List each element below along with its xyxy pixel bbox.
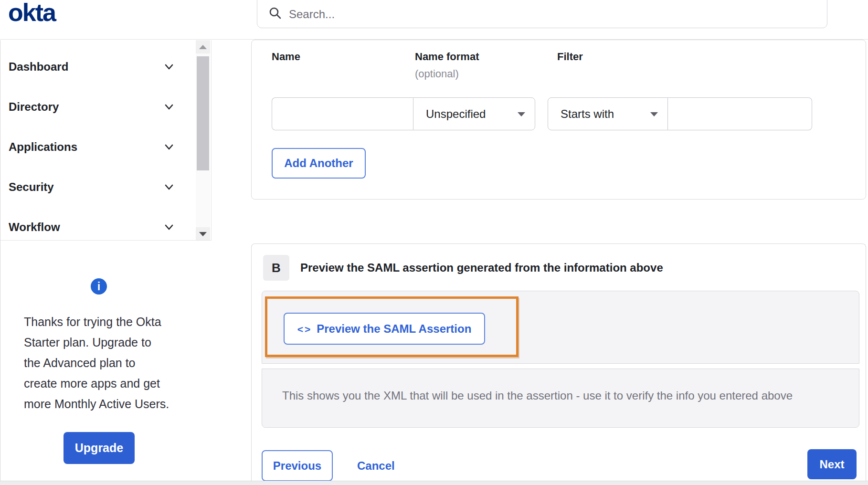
- filter-value-input[interactable]: [668, 97, 812, 130]
- search-icon: [269, 7, 282, 22]
- chevron-down-icon: [164, 62, 174, 72]
- plan-notice-line: the Advanced plan to: [24, 353, 196, 373]
- attribute-name-input[interactable]: [272, 97, 413, 130]
- preview-saml-card: B Preview the SAML assertion generated f…: [251, 243, 866, 481]
- filter-type-selected-value: Starts with: [561, 107, 614, 121]
- name-format-selected-value: Unspecified: [426, 107, 486, 121]
- plan-notice-line: more Monthly Active Users.: [24, 394, 196, 414]
- chevron-down-icon: [164, 222, 174, 232]
- scrollbar-thumb[interactable]: [197, 56, 209, 170]
- sidebar-nav: Dashboard Directory Applications Securit…: [0, 40, 212, 241]
- sidebar-item-label: Applications: [9, 140, 77, 154]
- sidebar-item-applications[interactable]: Applications: [0, 127, 191, 167]
- preview-description-text: This shows you the XML that will be used…: [282, 389, 846, 402]
- plan-notice-text: Thanks for trying the Okta Starter plan.…: [24, 312, 196, 414]
- plan-notice-panel: i Thanks for trying the Okta Starter pla…: [0, 241, 212, 481]
- okta-logo: okta: [8, 0, 55, 27]
- sidebar-item-label: Security: [9, 180, 54, 194]
- cancel-button[interactable]: Cancel: [357, 450, 395, 481]
- sidebar-scrollbar[interactable]: [196, 40, 210, 241]
- search-input[interactable]: [289, 8, 766, 21]
- scroll-down-button[interactable]: [196, 227, 210, 241]
- next-button[interactable]: Next: [807, 449, 857, 479]
- caret-down-icon: [518, 112, 525, 116]
- sidebar-item-workflow[interactable]: Workflow: [0, 207, 191, 241]
- plan-notice-line: Starter plan. Upgrade to: [24, 332, 196, 353]
- name-format-select[interactable]: Unspecified: [413, 97, 535, 130]
- filter-column-label: Filter: [557, 51, 583, 63]
- triangle-up-icon: [199, 45, 207, 49]
- page-bottom-strip: [0, 481, 868, 485]
- okta-admin-console: okta Dashboard Directory A: [0, 0, 868, 485]
- add-another-button[interactable]: Add Another: [272, 148, 366, 179]
- triangle-down-icon: [199, 232, 207, 236]
- attribute-statements-card: Name Name format (optional) Filter Unspe…: [251, 40, 866, 200]
- preview-section-heading: Preview the SAML assertion generated fro…: [300, 261, 663, 274]
- upgrade-button[interactable]: Upgrade: [64, 432, 135, 464]
- global-search[interactable]: [257, 0, 827, 28]
- plan-notice-line: Thanks for trying the Okta: [24, 312, 196, 332]
- name-column-label: Name: [272, 51, 300, 63]
- filter-type-select[interactable]: Starts with: [548, 97, 668, 130]
- sidebar-item-label: Directory: [9, 100, 59, 114]
- chevron-down-icon: [164, 142, 174, 152]
- sidebar-item-label: Dashboard: [9, 60, 68, 74]
- name-format-column-label: Name format: [415, 51, 479, 63]
- name-format-optional-label: (optional): [415, 68, 459, 80]
- plan-notice-line: create more apps and get: [24, 373, 196, 394]
- sidebar-item-security[interactable]: Security: [0, 167, 191, 207]
- sidebar-item-label: Workflow: [9, 221, 60, 234]
- scroll-up-button[interactable]: [196, 40, 210, 53]
- step-b-badge: B: [263, 255, 289, 281]
- top-bar: okta: [0, 0, 868, 40]
- chevron-down-icon: [164, 102, 174, 112]
- info-icon: i: [91, 278, 107, 295]
- sidebar-item-dashboard[interactable]: Dashboard: [0, 47, 191, 87]
- caret-down-icon: [650, 112, 658, 116]
- chevron-down-icon: [164, 182, 174, 192]
- sidebar-item-directory[interactable]: Directory: [0, 87, 191, 127]
- window-left-border: [0, 40, 0, 481]
- previous-button[interactable]: Previous: [262, 450, 333, 481]
- annotation-highlight-box: [265, 296, 519, 357]
